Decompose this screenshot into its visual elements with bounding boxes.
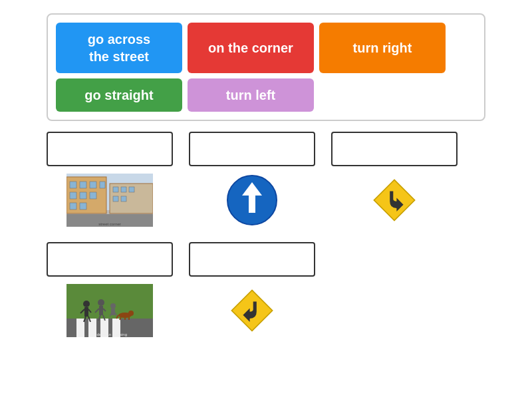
svg-rect-7 [90, 182, 96, 188]
image-box-building: street corner [47, 170, 173, 230]
svg-rect-44 [111, 309, 115, 315]
building-svg: street corner [66, 174, 153, 227]
pedestrian-svg: pedestrian crossing [66, 284, 153, 337]
svg-marker-54 [231, 290, 272, 331]
match-area: street corner [47, 132, 485, 347]
match-cell-pedestrian: pedestrian crossing [47, 242, 173, 344]
match-cell-turn-left [189, 242, 315, 344]
btn-go-straight[interactable]: go straight [56, 78, 182, 112]
svg-rect-32 [84, 307, 88, 317]
svg-rect-20 [121, 196, 126, 201]
match-row-1: street corner [47, 132, 485, 234]
svg-rect-38 [99, 306, 103, 315]
svg-rect-8 [100, 182, 105, 188]
drop-box-pedestrian[interactable] [47, 242, 173, 277]
svg-point-37 [98, 299, 104, 306]
match-cell-straight [189, 132, 315, 234]
image-box-turn-right [331, 170, 458, 230]
match-row-2: pedestrian crossing [47, 242, 485, 344]
svg-point-43 [110, 303, 116, 309]
btn-on-the-corner[interactable]: on the corner [188, 23, 314, 73]
svg-rect-19 [113, 196, 118, 201]
svg-rect-9 [70, 192, 76, 199]
svg-text:street corner: street corner [98, 222, 121, 226]
svg-rect-12 [70, 203, 76, 209]
image-box-pedestrian: pedestrian crossing [47, 281, 173, 340]
svg-rect-5 [70, 182, 76, 188]
svg-rect-6 [80, 182, 86, 188]
image-box-turn-left [189, 281, 315, 340]
svg-marker-24 [374, 180, 414, 220]
svg-point-31 [83, 301, 90, 307]
svg-rect-27 [76, 319, 84, 337]
drop-box-building[interactable] [47, 132, 173, 166]
drop-box-turn-right[interactable] [331, 132, 458, 166]
drop-box-turn-left[interactable] [189, 242, 315, 277]
svg-rect-13 [80, 203, 86, 209]
turn-right-sign-svg [372, 178, 417, 223]
svg-rect-11 [90, 192, 96, 199]
go-straight-sign-svg [226, 174, 278, 226]
match-cell-turn-right [331, 132, 458, 234]
btn-go-across[interactable]: go acrossthe street [56, 23, 182, 73]
svg-rect-10 [80, 192, 86, 199]
drop-box-straight[interactable] [189, 132, 315, 166]
btn-turn-left[interactable]: turn left [188, 78, 314, 112]
turn-left-sign-svg [229, 288, 275, 333]
svg-rect-16 [113, 187, 118, 192]
svg-rect-17 [121, 187, 126, 192]
btn-turn-right[interactable]: turn right [319, 23, 446, 73]
word-bank: go acrossthe street on the corner turn r… [47, 13, 485, 121]
svg-point-48 [128, 311, 134, 316]
svg-text:pedestrian crossing: pedestrian crossing [92, 332, 127, 336]
match-cell-building: street corner [47, 132, 173, 234]
svg-rect-18 [129, 187, 134, 192]
image-box-straight [189, 170, 315, 230]
